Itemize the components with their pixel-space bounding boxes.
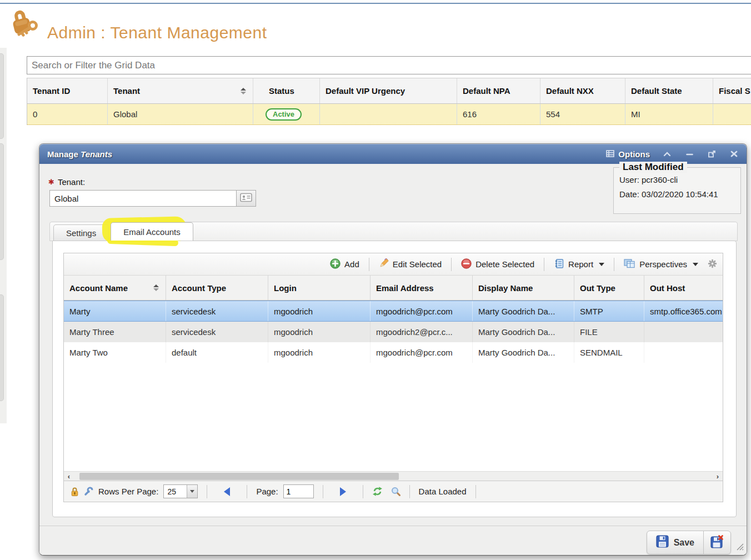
- chevron-down-icon: [693, 263, 698, 266]
- horizontal-scrollbar[interactable]: ‹ ›: [64, 471, 723, 481]
- lock-columns-icon[interactable]: [71, 487, 79, 497]
- email-account-row[interactable]: Marty servicedesk mgoodrich mgoodrich@pc…: [64, 301, 723, 322]
- grid-tools-wrench-icon[interactable]: [84, 487, 93, 496]
- last-modified-date: Date: 03/02/2020 10:54:41: [619, 189, 735, 199]
- cell-default-state: MI: [625, 104, 713, 124]
- tenant-row-global[interactable]: 0 Global Active 616 554 MI: [27, 104, 751, 125]
- resize-handle-icon[interactable]: [736, 543, 744, 553]
- column-header-default-vip-urgency[interactable]: Default VIP Urgency: [320, 78, 457, 103]
- options-button[interactable]: Options: [606, 149, 650, 159]
- page-number-input[interactable]: [283, 484, 314, 498]
- popout-icon[interactable]: [707, 149, 717, 158]
- collapse-icon[interactable]: [662, 149, 672, 158]
- grid-settings-button[interactable]: [705, 257, 717, 272]
- collapsed-panel-edge: [0, 294, 4, 401]
- cell-tenant: Global: [108, 104, 253, 124]
- column-header-tenant-id[interactable]: Tenant ID: [27, 78, 108, 103]
- perspectives-button[interactable]: Perspectives: [622, 257, 700, 272]
- report-icon: [554, 258, 564, 271]
- status-badge: Active: [266, 108, 302, 121]
- cell-default-npa: 616: [457, 104, 540, 124]
- pager-separator: [323, 485, 323, 498]
- manage-tenants-dialog: Manage Tenants Options: [39, 143, 747, 556]
- pager-separator: [475, 485, 476, 498]
- tenant-grid: Tenant ID Tenant Status Default VIP Urge…: [27, 78, 751, 125]
- cell-status: Active: [253, 104, 320, 124]
- email-account-row[interactable]: Marty Two default mgoodrich mgoodrich@pc…: [64, 342, 723, 363]
- tab-email-accounts[interactable]: Email Accounts: [111, 222, 193, 241]
- save-floppy-icon: [656, 535, 669, 550]
- close-icon[interactable]: [729, 149, 739, 158]
- cell-default-vip-urgency: [320, 104, 457, 124]
- refresh-icon[interactable]: [372, 486, 383, 497]
- cell-account-name: Marty Three: [64, 322, 166, 342]
- sort-icon[interactable]: [241, 88, 246, 94]
- cell-account-name: Marty: [64, 301, 166, 321]
- cell-display-name: Marty Goodrich Da...: [473, 322, 574, 342]
- edit-selected-button[interactable]: Edit Selected: [377, 257, 444, 272]
- column-header-out-host[interactable]: Out Host: [644, 276, 723, 300]
- next-page-icon[interactable]: [340, 487, 346, 496]
- scroll-right-icon[interactable]: ›: [713, 472, 723, 481]
- previous-page-icon[interactable]: [224, 487, 230, 496]
- cell-login: mgoodrich: [268, 322, 371, 342]
- cell-fiscal: [713, 104, 751, 124]
- column-header-email-address[interactable]: Email Address: [371, 276, 473, 300]
- last-modified-user: User: pcr360-cli: [619, 175, 735, 184]
- column-header-default-nxx[interactable]: Default NXX: [540, 78, 625, 103]
- column-header-account-name[interactable]: Account Name: [64, 276, 166, 300]
- dialog-body: ✱ Tenant: Last Modified Us: [39, 164, 747, 555]
- top-accent-line: [0, 3, 751, 4]
- save-and-close-button[interactable]: [704, 531, 730, 554]
- dialog-action-buttons: Save: [647, 531, 731, 554]
- gear-icon: [708, 259, 717, 270]
- column-header-out-type[interactable]: Out Type: [574, 276, 644, 300]
- minimize-icon[interactable]: [684, 149, 694, 158]
- column-header-tenant[interactable]: Tenant: [108, 78, 253, 103]
- scrollbar-thumb[interactable]: [79, 473, 399, 480]
- save-close-floppy-icon: [710, 535, 724, 551]
- toolbar-separator: [544, 258, 544, 271]
- grid-toolbar: Add Edit Selected: [64, 253, 723, 276]
- cell-login: mgoodrich: [268, 342, 371, 363]
- admin-lock-key-icon: [7, 7, 42, 41]
- rows-per-page-select[interactable]: 25: [163, 484, 198, 498]
- chevron-down-icon: [599, 263, 604, 266]
- column-header-login[interactable]: Login: [268, 276, 371, 300]
- search-input[interactable]: [27, 56, 751, 74]
- column-header-account-type[interactable]: Account Type: [166, 276, 268, 300]
- contact-card-icon: [240, 193, 252, 204]
- tab-settings[interactable]: Settings: [53, 224, 109, 241]
- column-header-status[interactable]: Status: [253, 78, 320, 103]
- sort-icon[interactable]: [153, 284, 159, 291]
- save-button[interactable]: Save: [647, 531, 703, 554]
- cell-out-host: [644, 322, 723, 342]
- column-header-default-state[interactable]: Default State: [625, 78, 713, 103]
- pagination-bar: Rows Per Page: 25 Page:: [64, 481, 723, 502]
- delete-icon: [461, 258, 472, 271]
- cell-out-type: FILE: [574, 322, 644, 342]
- tenant-input[interactable]: [49, 190, 236, 207]
- column-header-fiscal[interactable]: Fiscal S: [713, 78, 751, 103]
- cell-display-name: Marty Goodrich Da...: [473, 301, 574, 321]
- cell-out-host: [644, 342, 723, 363]
- column-header-default-npa[interactable]: Default NPA: [457, 78, 540, 103]
- email-grid-header: Account Name Account Type Login Email Ad…: [64, 276, 723, 301]
- tenant-lookup-button[interactable]: [236, 190, 256, 207]
- delete-selected-button[interactable]: Delete Selected: [459, 257, 537, 272]
- pencil-icon: [379, 258, 389, 270]
- dialog-titlebar[interactable]: Manage Tenants Options: [39, 144, 747, 164]
- cell-email-address: mgoodrich2@pcr.c...: [371, 322, 473, 342]
- scroll-left-icon[interactable]: ‹: [64, 472, 74, 481]
- column-header-display-name[interactable]: Display Name: [473, 276, 574, 300]
- scrollbar-track[interactable]: [74, 472, 713, 481]
- rows-per-page-label: Rows Per Page:: [98, 487, 158, 496]
- search-grid-icon[interactable]: [391, 487, 400, 496]
- tabstrip: Settings Email Accounts: [49, 222, 738, 241]
- report-button[interactable]: Report: [552, 257, 607, 272]
- options-grid-icon: [606, 149, 614, 159]
- pager-separator: [207, 485, 207, 498]
- email-account-row[interactable]: Marty Three servicedesk mgoodrich mgoodr…: [64, 322, 723, 342]
- add-button[interactable]: Add: [328, 257, 362, 272]
- grid-empty-area: [64, 363, 723, 471]
